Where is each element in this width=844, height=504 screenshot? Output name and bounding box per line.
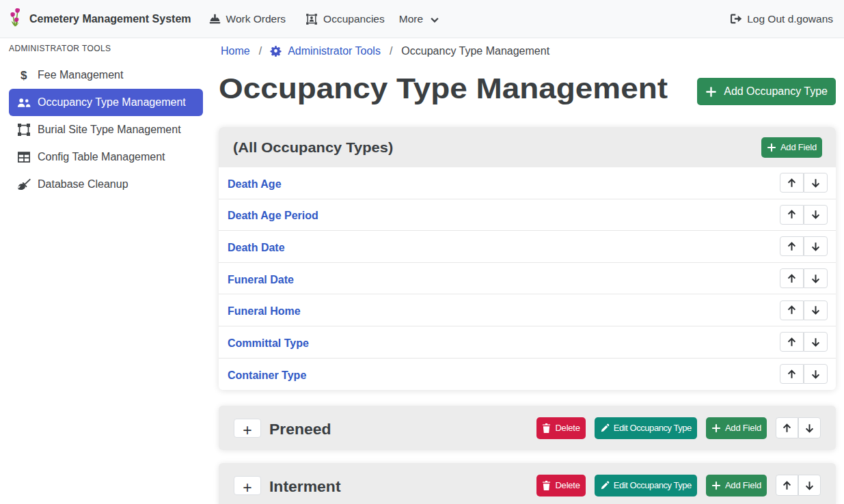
svg-text:$: $ [21, 69, 27, 81]
